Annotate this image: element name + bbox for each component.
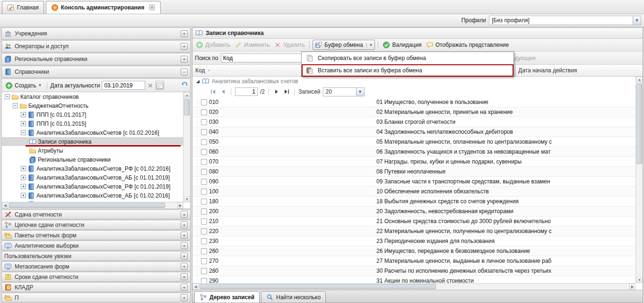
- profile-select[interactable]: [Без профиля] ▼: [489, 16, 641, 25]
- tree-item[interactable]: АналитикаЗабалансовыхСчетов_АБ [с 01.01.…: [2, 173, 190, 182]
- row-expander-icon[interactable]: [196, 169, 199, 174]
- chevron-down-icon[interactable]: ▼: [366, 43, 373, 47]
- column-header-code[interactable]: Код: [192, 65, 214, 76]
- record-row[interactable]: 070 07 Награды, призы, кубки и ценные по…: [192, 157, 635, 167]
- search-input[interactable]: [221, 53, 304, 62]
- collapse-caret-icon[interactable]: [196, 80, 200, 83]
- chevron-down-icon[interactable]: ▼: [633, 16, 641, 25]
- page-number-input[interactable]: [235, 87, 258, 96]
- scroll-thumb[interactable]: [636, 84, 642, 164]
- record-row[interactable]: 100 10 Обеспечение исполнения обязательс…: [192, 187, 635, 197]
- tree-item[interactable]: АналитикаЗабалансовыхСчетов_РФ [с 01.02.…: [2, 164, 190, 173]
- record-row[interactable]: 210 21 Основные средства стоимостью до 3…: [192, 216, 635, 226]
- sidebar-section[interactable]: @ КЛАДР +: [1, 282, 191, 292]
- row-expander-icon[interactable]: [196, 159, 199, 164]
- display-view-button[interactable]: Отображать представление: [425, 40, 511, 50]
- sidebar-section[interactable]: П +: [1, 293, 191, 303]
- record-row[interactable]: 290 31 Акции по номинальной стоимости: [192, 276, 635, 283]
- row-expander-icon[interactable]: [196, 268, 199, 273]
- scroll-thumb[interactable]: [184, 99, 190, 115]
- actual-date-field[interactable]: [102, 81, 145, 90]
- sidebar-section[interactable]: Цепочки сдачи отчетности +: [1, 220, 191, 230]
- tree-vertical-scrollbar[interactable]: ▲ ▼: [183, 92, 190, 202]
- record-row[interactable]: 180 18 Выбытия денежных средств со счето…: [192, 197, 635, 207]
- menu-item-paste-all[interactable]: Вставить все записи из буфера обмена: [302, 64, 513, 77]
- add-button[interactable]: Добавить: [194, 40, 232, 50]
- tree-expander[interactable]: [21, 130, 26, 135]
- tab-home[interactable]: Главная: [2, 1, 44, 14]
- grid-root-node[interactable]: Аналитика забалансовых счетов: [192, 77, 635, 86]
- expand-plus-icon[interactable]: +: [181, 252, 188, 260]
- row-expander-icon[interactable]: [196, 130, 199, 134]
- tree-item[interactable]: ППП [с 01.01.2015]: [2, 119, 190, 128]
- expand-plus-icon[interactable]: +: [181, 30, 188, 37]
- page-previous-icon[interactable]: [219, 88, 227, 95]
- record-row[interactable]: 040 04 Задолженность неплатежеспособных …: [192, 127, 635, 137]
- record-row[interactable]: 270 27 Материальные ценности, выданные в…: [192, 256, 635, 266]
- sidebar-section[interactable]: Пакеты отчетных форм +: [1, 230, 191, 240]
- tab-records-tree[interactable]: Дерево записей: [194, 291, 260, 303]
- chevron-down-icon[interactable]: ▼: [356, 88, 364, 96]
- sidebar-section[interactable]: Учреждения +: [1, 27, 191, 40]
- expand-plus-icon[interactable]: +: [181, 43, 188, 50]
- row-expander-icon[interactable]: [196, 120, 199, 124]
- tree-item[interactable]: БюджетнаяОтчетность: [2, 101, 190, 110]
- row-expander-icon[interactable]: [196, 100, 199, 104]
- record-row[interactable]: 060 06 Задолженность учащихся и студенто…: [192, 147, 635, 157]
- records-per-page-select[interactable]: 20 ▼: [323, 87, 365, 96]
- expand-plus-icon[interactable]: +: [181, 294, 188, 301]
- tab-admin-console[interactable]: Консоль администрирования: [46, 1, 161, 14]
- scroll-down-icon[interactable]: ▼: [184, 196, 190, 202]
- tree-expander[interactable]: [21, 166, 26, 171]
- scroll-up-icon[interactable]: ▲: [636, 77, 643, 83]
- sidebar-section[interactable]: Пользовательские увязки +: [1, 251, 191, 261]
- scroll-right-icon[interactable]: ▶: [177, 202, 183, 208]
- row-expander-icon[interactable]: [196, 209, 199, 214]
- clipboard-menu-button[interactable]: Буфер обмена ▼: [313, 40, 375, 50]
- tree-expander[interactable]: [13, 103, 18, 108]
- delete-button[interactable]: Удалить: [272, 40, 306, 50]
- tree-item[interactable]: Атрибуты: [2, 146, 190, 155]
- validate-button[interactable]: Валидация: [381, 40, 423, 50]
- expand-plus-icon[interactable]: +: [181, 242, 188, 249]
- scroll-thumb[interactable]: [9, 203, 165, 208]
- sidebar-section[interactable]: Операторы и доступ +: [1, 40, 191, 52]
- scroll-left-icon[interactable]: ◀: [192, 284, 199, 290]
- menu-item-copy-all[interactable]: Скопировать все записи в буфер обмена: [302, 52, 513, 64]
- tree-expander[interactable]: [21, 121, 26, 126]
- sidebar-section-spravochniki[interactable]: Справочники −: [1, 66, 191, 78]
- tree-item[interactable]: Региональные справочники: [2, 155, 190, 164]
- calendar-button[interactable]: [156, 81, 164, 90]
- sidebar-section[interactable]: Региональные справочники +: [1, 53, 191, 65]
- expand-plus-icon[interactable]: +: [181, 221, 188, 228]
- tree-item[interactable]: АналитикаЗабалансовыхСчетов_АБ [с 01.02.…: [2, 191, 190, 200]
- record-row[interactable]: 260 26 Имущество, переданное в безвозмез…: [192, 246, 635, 256]
- record-row[interactable]: 230 23 Периодические издания для пользов…: [192, 236, 635, 246]
- page-first-icon[interactable]: [209, 88, 217, 95]
- row-expander-icon[interactable]: [196, 189, 199, 194]
- record-row[interactable]: 090 09 Запасные части к транспортным сре…: [192, 177, 635, 187]
- sidebar-section[interactable]: Сроки сдачи отчетности +: [1, 272, 191, 282]
- tree-item[interactable]: Каталог справочников: [2, 92, 190, 101]
- tree-item[interactable]: АналитикаЗабалансовыхСчетов_РФ [с 01.01.…: [2, 182, 190, 191]
- expand-plus-icon[interactable]: +: [181, 211, 188, 218]
- sidebar-section[interactable]: Метаописания форм +: [1, 261, 191, 271]
- row-expander-icon[interactable]: [196, 249, 199, 253]
- sidebar-section[interactable]: Аналитические выборки +: [1, 241, 191, 251]
- collapse-minus-icon[interactable]: −: [181, 69, 188, 76]
- row-expander-icon[interactable]: [196, 259, 199, 263]
- scroll-up-icon[interactable]: ▲: [184, 92, 190, 98]
- row-expander-icon[interactable]: [196, 199, 199, 204]
- expand-plus-icon[interactable]: +: [181, 56, 188, 63]
- record-row[interactable]: 220 22 Материальные ценности, полученные…: [192, 226, 635, 236]
- expand-plus-icon[interactable]: +: [181, 232, 188, 239]
- tab-find-multiple[interactable]: Найти несколько: [261, 291, 326, 303]
- page-last-icon[interactable]: [283, 88, 290, 95]
- row-expander-icon[interactable]: [196, 179, 199, 184]
- tree-expander[interactable]: [21, 184, 26, 189]
- refresh-icon[interactable]: [181, 82, 188, 89]
- scroll-thumb[interactable]: [200, 284, 436, 289]
- record-row[interactable]: 020 02 Материальные ценности, принятые н…: [192, 107, 635, 117]
- expand-plus-icon[interactable]: +: [181, 273, 188, 280]
- record-row[interactable]: 030 03 Бланки строгой отчетности: [192, 117, 635, 127]
